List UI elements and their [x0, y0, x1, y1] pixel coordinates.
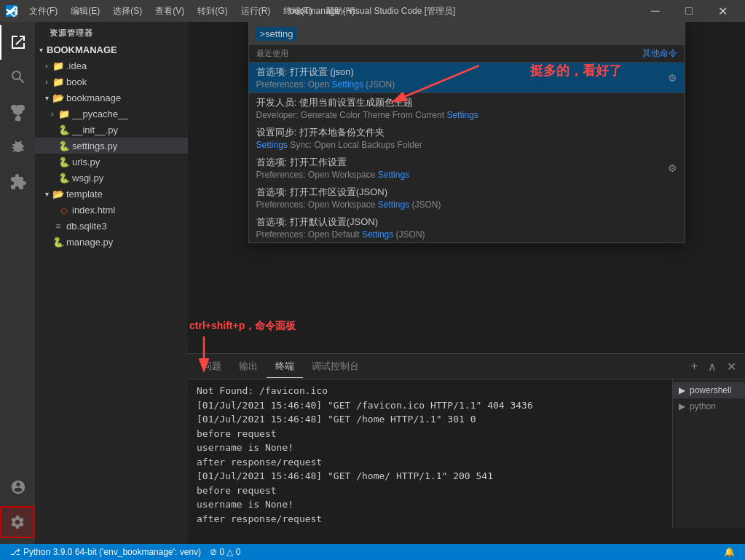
- status-branch[interactable]: ⎇ Python 3.9.0 64-bit ('env_bookmanage':…: [6, 544, 205, 560]
- menu-select[interactable]: 选择(S): [107, 4, 148, 19]
- status-notifications[interactable]: 🔔: [720, 547, 739, 557]
- term-line-9: after response/request: [197, 512, 663, 527]
- tree-label-template: template: [66, 189, 103, 200]
- window-title: bookmanage - Visual Studio Code [管理员]: [290, 5, 456, 17]
- tree-item-init[interactable]: › 🐍 __init__.py: [35, 122, 188, 138]
- sidebar: 资源管理器 ▾ BOOKMANAGE › 📁 .idea › 📁 book ▾ …: [35, 22, 188, 544]
- term-line-8: username is None!: [197, 497, 663, 512]
- command-header-recent: 最近使用: [256, 48, 288, 59]
- tree-label-urls: urls.py: [72, 157, 100, 167]
- menu-goto[interactable]: 转到(G): [192, 4, 233, 19]
- activity-extensions[interactable]: [0, 165, 35, 200]
- command-item-2[interactable]: 设置同步: 打开本地备份文件夹 Settings Sync: Open Loca…: [249, 123, 685, 153]
- cmd-highlight-4: Settings: [378, 200, 409, 210]
- activity-bar: [0, 22, 35, 544]
- annotation-bottomleft: ctrl+shift+p，命令面板: [189, 319, 296, 373]
- terminal-instance-powershell[interactable]: ▶ powershell: [673, 382, 745, 398]
- term-line-0: Not Found: /favicon.ico: [197, 384, 663, 398]
- menu-edit[interactable]: 编辑(E): [65, 4, 106, 19]
- command-item-sub-2: Settings Sync: Open Local Backups Folder: [256, 140, 677, 150]
- tree-item-urls[interactable]: › 🐍 urls.py: [35, 154, 188, 170]
- cmd-highlight-3: Settings: [378, 170, 409, 180]
- bell-icon: 🔔: [724, 547, 735, 557]
- tree-item-bookmanage-root[interactable]: ▾ BOOKMANAGE: [35, 42, 188, 58]
- tree-arrow-root: ▾: [35, 44, 47, 55]
- activity-bottom: [0, 471, 35, 544]
- status-errors[interactable]: ⊘ 0 △ 0: [205, 544, 245, 560]
- tree-item-dbsqlite3[interactable]: › ≡ db.sqlite3: [35, 218, 188, 234]
- activity-debug[interactable]: [0, 130, 35, 165]
- command-item-sub-0: Preferences: Open Settings (JSON): [256, 79, 677, 90]
- main-layout: 资源管理器 ▾ BOOKMANAGE › 📁 .idea › 📁 book ▾ …: [0, 22, 745, 544]
- sidebar-header: 资源管理器: [35, 22, 188, 42]
- terminal-instance-python[interactable]: ▶ python: [673, 398, 745, 414]
- tree-label-dbsqlite3: db.sqlite3: [66, 221, 107, 232]
- tree-item-idea[interactable]: › 📁 .idea: [35, 58, 188, 74]
- tree-item-template[interactable]: ▾ 📂 template: [35, 186, 188, 202]
- html-icon: ◇: [58, 204, 70, 216]
- new-terminal-button[interactable]: +: [688, 358, 701, 374]
- tree-arrow-pycache: ›: [47, 108, 58, 119]
- command-item-0[interactable]: 首选项: 打开设置 (json) Preferences: Open Setti…: [249, 63, 685, 92]
- activity-settings[interactable]: [0, 506, 35, 538]
- tree-item-indexhtml[interactable]: › ◇ index.html: [35, 202, 188, 218]
- maximize-button[interactable]: □: [672, 0, 706, 22]
- py-icon-manage: 🐍: [52, 236, 64, 248]
- py-icon-wsgi: 🐍: [58, 172, 70, 184]
- terminal-close-button[interactable]: ✕: [724, 358, 739, 375]
- command-item-1[interactable]: 开发人员: 使用当前设置生成颜色主题 Developer: Generate C…: [249, 93, 685, 123]
- titlebar: 文件(F) 编辑(E) 选择(S) 查看(V) 转到(G) 运行(R) 终端(T…: [0, 0, 745, 22]
- tree-label-bookmanage: bookmanage: [66, 92, 121, 103]
- py-icon-init: 🐍: [58, 124, 70, 135]
- vscode-icon: [6, 5, 17, 17]
- py-icon-urls: 🐍: [58, 156, 70, 167]
- terminal-label-python: python: [690, 401, 716, 411]
- term-line-1: [01/Jul/2021 15:46:40] "GET /favicon.ico…: [197, 398, 663, 413]
- command-list-header: 最近使用 其他命令: [249, 45, 685, 63]
- minimize-button[interactable]: ─: [639, 0, 672, 22]
- terminal-icon-powershell: ▶: [679, 385, 685, 395]
- tree-item-bookmanage-folder[interactable]: ▾ 📂 bookmanage: [35, 90, 188, 106]
- tree-label-init: __init__.py: [72, 125, 118, 135]
- status-right: 🔔: [720, 547, 739, 557]
- activity-explorer[interactable]: [0, 25, 35, 60]
- status-bar: ⎇ Python 3.9.0 64-bit ('env_bookmanage':…: [0, 544, 745, 560]
- command-item-3[interactable]: 首选项: 打开工作设置 Preferences: Open Workspace …: [249, 153, 685, 183]
- folder-icon-pycache: 📁: [58, 108, 70, 119]
- gear-icon-0[interactable]: ⚙: [668, 72, 677, 84]
- py-icon-settings: 🐍: [58, 140, 70, 151]
- menu-run[interactable]: 运行(R): [235, 4, 277, 19]
- command-palette: >setting 最近使用 其他命令 首选项: 打开设置 (json) Pref…: [248, 22, 685, 243]
- tree-item-wsgi[interactable]: › 🐍 wsgi.py: [35, 170, 188, 186]
- terminal-instances: ▶ powershell ▶ python: [672, 379, 745, 528]
- activity-account[interactable]: [0, 471, 35, 503]
- tree-item-settings[interactable]: › 🐍 settings.py: [35, 138, 188, 154]
- command-header-other-btn[interactable]: 其他命令: [642, 47, 677, 60]
- command-input-value[interactable]: >setting: [256, 27, 297, 41]
- command-item-main-4: 首选项: 打开工作区设置(JSON): [256, 186, 677, 199]
- term-line-10: [01/Jul/2021 15:46:57] "GET /admin/login…: [197, 526, 663, 528]
- tree-arrow-template: ▾: [41, 188, 52, 200]
- gear-icon-3[interactable]: ⚙: [668, 162, 677, 174]
- command-item-main-5: 首选项: 打开默认设置(JSON): [256, 216, 677, 229]
- close-button[interactable]: ✕: [706, 0, 739, 22]
- folder-icon-book: 📁: [52, 76, 64, 87]
- tree-arrow-bookmanage: ▾: [41, 92, 52, 103]
- terminal-chevron-up[interactable]: ∧: [705, 358, 720, 375]
- activity-source-control[interactable]: [0, 95, 35, 130]
- tree-item-book[interactable]: › 📁 book: [35, 74, 188, 90]
- tab-debug-console[interactable]: 调试控制台: [303, 355, 368, 378]
- menu-view[interactable]: 查看(V): [149, 4, 190, 19]
- menu-file[interactable]: 文件(F): [23, 4, 63, 19]
- command-item-main-3: 首选项: 打开工作设置: [256, 156, 677, 169]
- term-line-7: before request: [197, 484, 663, 498]
- command-item-4[interactable]: 首选项: 打开工作区设置(JSON) Preferences: Open Wor…: [249, 183, 685, 213]
- command-item-sub-1: Developer: Generate Color Theme From Cur…: [256, 110, 677, 120]
- tree-label-settings: settings.py: [72, 141, 117, 151]
- folder-open-icon-template: 📂: [52, 188, 64, 200]
- activity-search[interactable]: [0, 60, 35, 95]
- command-item-5[interactable]: 首选项: 打开默认设置(JSON) Preferences: Open Defa…: [249, 213, 685, 242]
- tree-item-managepy[interactable]: › 🐍 manage.py: [35, 234, 188, 250]
- terminal-label-powershell: powershell: [690, 385, 731, 395]
- tree-item-pycache[interactable]: › 📁 __pycache__: [35, 106, 188, 122]
